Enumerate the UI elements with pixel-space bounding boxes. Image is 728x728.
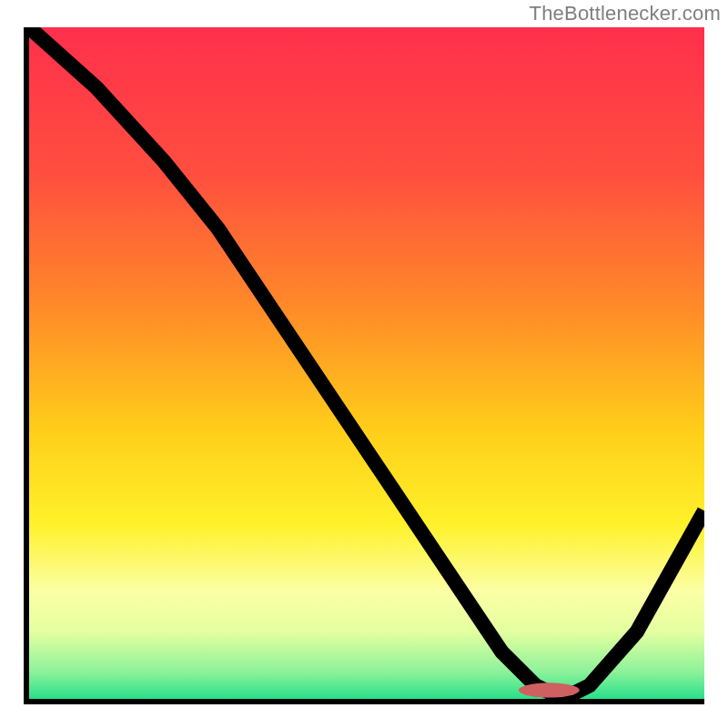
source-caption: TheBottlenecker.com (530, 2, 721, 25)
chart-plot-area (24, 27, 704, 704)
optimal-marker (519, 682, 580, 697)
bottleneck-chart (29, 27, 704, 699)
